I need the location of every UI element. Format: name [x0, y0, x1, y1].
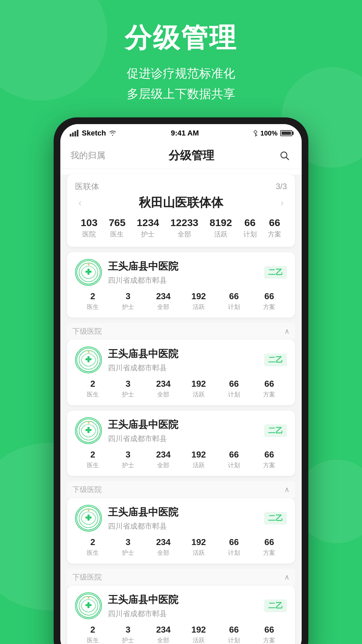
main-title: 分级管理 — [125, 20, 237, 56]
stat-label: 活跃 — [193, 390, 205, 398]
carrier-name: Sketch — [82, 129, 106, 138]
hospital-stat-item: 2 医生 — [75, 379, 110, 398]
stat-label: 活跃 — [193, 549, 205, 557]
status-left: Sketch — [70, 129, 117, 138]
hospitals-list: ♛ 王头庙县中医院 四川省成都市郫县 二乙 2 医生 3 护士 234 全部 1… — [60, 252, 302, 644]
stat-label: 方案 — [263, 549, 275, 557]
hospital-stat-item: 2 医生 — [75, 537, 110, 557]
hospital-address: 四川省成都市郫县 — [108, 434, 258, 444]
stat-label: 医生 — [87, 636, 99, 644]
phone-frame: Sketch 9:41 AM 100% — [54, 117, 308, 644]
hospital-logo: ♛ — [75, 346, 102, 373]
stat-number: 192 — [191, 625, 206, 635]
hospital-stat-item: 234 全部 — [146, 291, 181, 311]
subtitle-line2: 多层级上下数据共享 — [127, 87, 235, 101]
stat-number: 192 — [191, 449, 206, 460]
stat-label: 活跃 — [193, 461, 205, 469]
stat-label: 方案 — [263, 303, 275, 311]
federation-name: 秋田山医联体体 — [85, 195, 277, 211]
stat-number: 2 — [90, 625, 95, 635]
hospital-stat-item: 2 医生 — [75, 449, 110, 469]
stat-label: 方案 — [263, 390, 275, 398]
chevron-up-icon: ∧ — [284, 327, 290, 336]
svg-rect-19 — [85, 429, 92, 431]
status-right: 100% — [253, 129, 292, 137]
search-button[interactable] — [278, 149, 292, 163]
hospital-top: ♛ 王头庙县中医院 四川省成都市郫县 二乙 — [75, 259, 287, 286]
svg-text:♛: ♛ — [87, 262, 90, 266]
svg-rect-24 — [85, 517, 92, 519]
sub-hospital-toggle[interactable]: 下级医院 ∧ — [67, 569, 295, 586]
hospital-card[interactable]: ♛ 王头庙县中医院 四川省成都市郫县 二乙 2 医生 3 护士 234 全部 1… — [67, 340, 295, 405]
stat-label: 医院 — [82, 230, 96, 239]
stat-label: 全部 — [157, 636, 169, 644]
hospital-badge: 二乙 — [264, 354, 287, 366]
stat-number: 1234 — [137, 217, 159, 228]
stat-number: 66 — [229, 625, 239, 635]
federation-stat-item: 103 医院 — [81, 217, 98, 239]
back-button[interactable]: 我的归属 — [70, 150, 105, 161]
federation-stat-item: 8192 活跃 — [209, 217, 232, 239]
hospital-logo: ♛ — [75, 592, 102, 619]
hospital-stat-item: 2 医生 — [75, 625, 110, 644]
hospital-card[interactable]: ♛ 王头庙县中医院 四川省成都市郫县 二乙 2 医生 3 护士 234 全部 1… — [67, 411, 295, 476]
hospital-info: 王头庙县中医院 四川省成都市郫县 — [108, 418, 258, 444]
stat-label: 计划 — [228, 549, 240, 557]
hospital-info: 王头庙县中医院 四川省成都市郫县 — [108, 505, 258, 531]
battery-icon — [280, 130, 292, 136]
stat-number: 8192 — [209, 217, 232, 228]
hospital-stat-item: 234 全部 — [146, 449, 181, 469]
hospital-top: ♛ 王头庙县中医院 四川省成都市郫县 二乙 — [75, 592, 287, 619]
status-bar: Sketch 9:41 AM 100% — [60, 124, 302, 142]
hospital-name: 王头庙县中医院 — [108, 418, 258, 432]
stat-label: 计划 — [228, 636, 240, 644]
hospital-card[interactable]: ♛ 王头庙县中医院 四川省成都市郫县 二乙 2 医生 3 护士 234 全部 1… — [67, 498, 295, 564]
hospital-stat-item: 234 全部 — [146, 625, 181, 644]
main-subtitle: 促进诊疗规范标准化 多层级上下数据共享 — [125, 63, 237, 104]
svg-rect-14 — [85, 358, 92, 360]
hospital-stat-item: 192 活跃 — [181, 625, 216, 644]
stat-label: 医生 — [87, 303, 99, 311]
hospital-stats: 2 医生 3 护士 234 全部 192 活跃 66 计划 66 方案 — [75, 625, 287, 644]
hospital-name: 王头庙县中医院 — [108, 260, 258, 273]
stat-number: 3 — [126, 449, 130, 460]
next-arrow-icon[interactable]: › — [277, 198, 287, 208]
sub-hospital-toggle[interactable]: 下级医院 ∧ — [67, 323, 295, 340]
stat-number: 2 — [90, 449, 95, 460]
chevron-up-icon: ∧ — [284, 485, 290, 494]
hospital-stat-item: 66 方案 — [252, 291, 287, 311]
page-header: 分级管理 促进诊疗规范标准化 多层级上下数据共享 — [125, 20, 237, 104]
hospital-card[interactable]: ♛ 王头庙县中医院 四川省成都市郫县 二乙 2 医生 3 护士 234 全部 1… — [67, 586, 295, 644]
stat-label: 医生 — [87, 461, 99, 469]
wifi-icon — [109, 130, 117, 136]
svg-text:♛: ♛ — [87, 596, 90, 599]
prev-arrow-icon[interactable]: ‹ — [75, 198, 85, 208]
stat-number: 66 — [229, 449, 239, 460]
stat-number: 234 — [156, 537, 171, 547]
stat-number: 3 — [126, 625, 130, 635]
stat-number: 66 — [229, 379, 239, 389]
stat-number: 3 — [126, 379, 130, 389]
federation-name-row: ‹ 秋田山医联体体 › — [75, 195, 287, 211]
hospital-address: 四川省成都市郫县 — [108, 521, 258, 531]
nav-title: 分级管理 — [169, 148, 214, 163]
hospital-name: 王头庙县中医院 — [108, 593, 258, 607]
stat-number: 66 — [264, 449, 274, 460]
hospital-top: ♛ 王头庙县中医院 四川省成都市郫县 二乙 — [75, 417, 287, 444]
stat-number: 66 — [264, 379, 274, 389]
stat-number: 234 — [156, 449, 171, 460]
hospital-card[interactable]: ♛ 王头庙县中医院 四川省成都市郫县 二乙 2 医生 3 护士 234 全部 1… — [67, 252, 295, 318]
stat-label: 医生 — [87, 390, 99, 398]
stat-number: 3 — [126, 537, 130, 547]
stat-number: 66 — [229, 291, 239, 302]
stat-number: 12233 — [170, 217, 198, 228]
svg-text:♛: ♛ — [87, 421, 90, 424]
hospital-info: 王头庙县中医院 四川省成都市郫县 — [108, 260, 258, 285]
hospital-stat-item: 3 护士 — [110, 537, 145, 557]
stat-label: 计划 — [228, 390, 240, 398]
svg-rect-1 — [72, 132, 74, 137]
hospital-stat-item: 2 医生 — [75, 291, 110, 311]
sub-hospital-toggle[interactable]: 下级医院 ∧ — [67, 481, 295, 498]
nav-bar: 我的归属 分级管理 — [60, 142, 302, 169]
hospital-stat-item: 3 护士 — [110, 625, 145, 644]
